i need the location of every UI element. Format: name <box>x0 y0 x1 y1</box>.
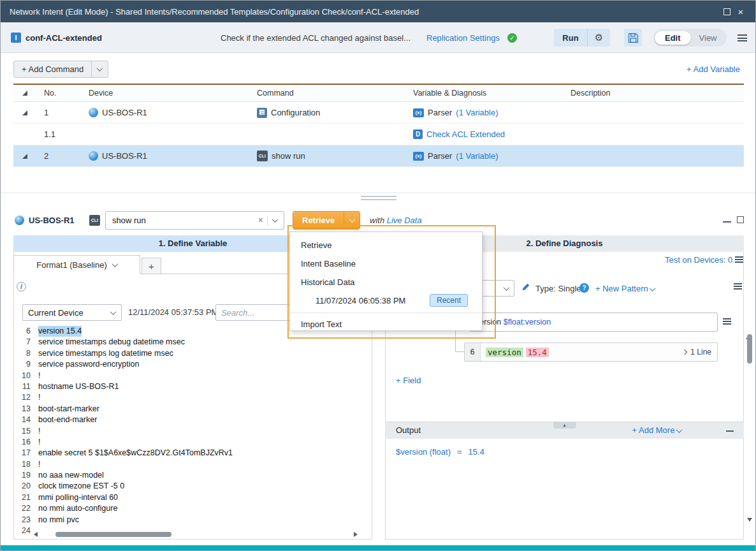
menu-item-retrieve[interactable]: Retrieve <box>290 236 482 254</box>
menu-item-historical-data[interactable]: Historical Data <box>290 273 482 291</box>
horizontal-scroll-thumb[interactable] <box>55 532 171 537</box>
intent-name: conf-ACL-extended <box>25 33 102 43</box>
code-line: no aaa new-model <box>38 470 104 481</box>
edit-mode-button[interactable]: Edit <box>655 31 691 45</box>
pattern-input[interactable]: version $float:version <box>469 312 718 332</box>
scroll-left-icon[interactable] <box>34 532 38 537</box>
row-no: 1 <box>36 108 81 117</box>
add-more-link[interactable]: + Add More <box>632 425 681 435</box>
config-code-editor[interactable]: 6version 15.4 7service timestamps debug … <box>14 324 372 539</box>
chevron-right-icon <box>682 349 687 355</box>
pattern-row-menu-icon[interactable] <box>723 318 731 325</box>
window-title: Network Intent (Edit Mode) - Shared Inte… <box>10 7 720 17</box>
line-number: 6 <box>14 326 38 337</box>
save-floppy-icon <box>628 33 639 43</box>
menu-separator <box>290 312 482 313</box>
command-table: No. Device Command Variable & Diagnosis … <box>13 84 744 167</box>
device-name: US-BOS-R1 <box>102 151 147 161</box>
table-row-selected[interactable]: 2 US-BOS-R1 CLIshow run (x)Parser(1 Vari… <box>13 145 744 167</box>
line-number: 11 <box>14 381 38 392</box>
table-row[interactable]: 1 US-BOS-R1 Configuration (x)Parser(1 Va… <box>13 102 744 124</box>
save-button[interactable] <box>624 29 642 47</box>
scroll-down-icon[interactable] <box>747 518 752 522</box>
output-minimize-icon[interactable] <box>726 430 734 432</box>
code-line: no mmi auto-configure <box>38 503 117 514</box>
window-titlebar: Network Intent (Edit Mode) - Shared Inte… <box>1 1 756 22</box>
network-intent-window: Network Intent (Edit Mode) - Shared Inte… <box>0 0 756 551</box>
code-line: ! <box>38 392 40 403</box>
menu-item-import-text[interactable]: Import Text <box>290 315 482 334</box>
scroll-right-icon[interactable] <box>354 532 358 537</box>
menu-item-history-entry[interactable]: 11/07/2024 06:05:38 PM Recent <box>290 291 482 311</box>
bottom-accent-bar <box>1 545 756 551</box>
collapse-pane-icon[interactable] <box>723 221 731 223</box>
parser-variable-link[interactable]: (1 Variable) <box>456 108 498 117</box>
matched-line-row[interactable]: 6 version 15.4 1 Line <box>464 342 718 362</box>
run-settings-gear-icon[interactable]: ⚙ <box>587 29 610 47</box>
baseline-timestamp: 12/11/2024 05:37:53 PM <box>128 307 218 317</box>
edit-pencil-icon[interactable] <box>521 283 530 291</box>
menu-item-intent-baseline[interactable]: Intent Baseline <box>290 254 482 273</box>
header-menu-icon[interactable] <box>738 34 747 41</box>
column-no: No. <box>36 89 81 98</box>
live-data-link[interactable]: Live Data <box>387 216 422 225</box>
output-variable-value: 15.4 <box>469 447 484 457</box>
parser-variable-link[interactable]: (1 Variable) <box>456 151 498 161</box>
device-scope-select[interactable]: Current Device <box>22 304 122 321</box>
new-pattern-link[interactable]: + New Pattern <box>595 284 655 293</box>
parser-label: Parser <box>428 108 452 117</box>
section-divider <box>1 193 756 193</box>
matched-key-chip: version <box>486 348 523 357</box>
configuration-icon <box>257 108 267 118</box>
collapse-all-icon[interactable] <box>22 91 27 96</box>
vertical-scroll-thumb[interactable] <box>747 334 752 364</box>
diagnosis-menu-icon[interactable] <box>735 256 743 263</box>
splitter-handle[interactable] <box>361 196 396 200</box>
line-number: 18 <box>14 459 38 470</box>
info-icon[interactable]: i <box>17 282 26 291</box>
intent-header: I conf-ACL-extended Check if the extende… <box>1 22 756 53</box>
maximize-pane-icon[interactable] <box>737 216 744 223</box>
row-no: 1.1 <box>36 129 81 139</box>
retrieve-dropdown-toggle[interactable] <box>344 212 360 229</box>
restore-window-icon[interactable] <box>720 4 734 18</box>
with-label: with <box>370 216 384 225</box>
tab-format1-baseline[interactable]: Format1 (Baseline) <box>13 255 140 274</box>
help-question-icon[interactable]: ? <box>579 283 589 293</box>
code-line: ! <box>38 437 40 448</box>
recent-button[interactable]: Recent <box>430 294 468 307</box>
row-expander-icon[interactable] <box>22 154 27 159</box>
pattern-variable: $float:version <box>504 318 551 327</box>
add-variable-link[interactable]: + Add Variable <box>687 64 740 74</box>
diagnosis-link[interactable]: Check ACL Extended <box>426 129 505 139</box>
pattern-menu-icon[interactable] <box>734 283 742 290</box>
replication-settings-link[interactable]: Replication Settings <box>426 33 500 43</box>
table-subrow[interactable]: 1.1 DCheck ACL Extended <box>13 124 744 145</box>
column-device: Device <box>81 89 249 98</box>
chevron-down-icon[interactable] <box>272 216 279 223</box>
add-command-button[interactable]: + Add Command <box>13 61 108 78</box>
new-pattern-label: + New Pattern <box>595 284 648 293</box>
cli-icon: CLI <box>257 151 268 161</box>
output-collapse-icon[interactable]: ▴ <box>553 422 576 429</box>
line-number: 9 <box>14 359 38 370</box>
command-combobox[interactable]: show run × <box>105 211 284 230</box>
column-description: Description <box>563 89 744 98</box>
vertical-scrollbar[interactable] <box>746 326 753 522</box>
view-mode-button[interactable]: View <box>691 31 725 45</box>
test-on-devices-link[interactable]: Test on Devices: 0 <box>665 255 732 265</box>
horizontal-scrollbar[interactable] <box>34 531 358 538</box>
retrieve-dropdown-menu: Retrieve Intent Baseline Historical Data… <box>289 231 483 331</box>
clear-icon[interactable]: × <box>258 215 263 225</box>
add-command-dropdown[interactable] <box>91 61 108 77</box>
add-field-link[interactable]: + Field <box>396 376 421 385</box>
retrieve-button[interactable]: Retrieve <box>293 212 344 229</box>
chevron-down-icon[interactable] <box>112 261 118 267</box>
row-expander-icon[interactable] <box>22 110 27 115</box>
add-format-tab[interactable]: + <box>142 258 161 274</box>
run-button[interactable]: Run <box>554 29 587 47</box>
close-window-icon[interactable]: × <box>734 4 748 18</box>
code-line: service password-encryption <box>38 359 139 370</box>
command-label: show run <box>272 151 305 161</box>
collapse-lines-toggle[interactable]: 1 Line <box>683 348 711 356</box>
